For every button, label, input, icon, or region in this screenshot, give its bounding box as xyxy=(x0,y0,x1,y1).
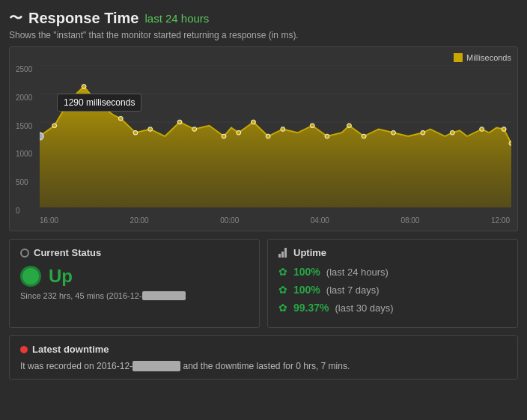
svg-point-11 xyxy=(97,102,101,106)
uptime-row-7d: ✿ 100% (last 7 days) xyxy=(278,284,507,296)
red-dot-icon xyxy=(20,346,28,353)
svg-point-16 xyxy=(192,127,197,132)
svg-point-28 xyxy=(450,130,454,135)
response-time-icon: 〜 xyxy=(9,9,22,27)
chart-svg xyxy=(40,65,511,207)
svg-point-8 xyxy=(52,124,57,128)
subtitle: Shows the "instant" that the monitor sta… xyxy=(9,30,518,40)
up-status-row: Up xyxy=(20,266,249,287)
svg-point-15 xyxy=(177,120,182,124)
svg-point-20 xyxy=(266,134,270,139)
svg-point-12 xyxy=(118,116,123,121)
svg-point-25 xyxy=(362,134,366,139)
chart-area: 2500 2000 1500 1000 500 0 xyxy=(16,65,511,215)
current-status-card: Current Status Up Since 232 hrs, 45 mins… xyxy=(9,239,260,328)
uptime-row-24h: ✿ 100% (last 24 hours) xyxy=(278,266,507,278)
up-text: Up xyxy=(49,266,73,287)
svg-point-24 xyxy=(347,124,351,128)
svg-point-19 xyxy=(252,120,256,124)
header-section: 〜 Response Time last 24 hours Shows the … xyxy=(9,9,518,40)
uptime-pct-24h: 100% xyxy=(293,266,320,278)
legend-color-box xyxy=(454,53,463,62)
svg-point-9 xyxy=(67,99,71,103)
y-axis-labels: 2500 2000 1500 1000 500 0 xyxy=(16,65,38,215)
svg-marker-6 xyxy=(40,87,511,208)
chart-legend: Milliseconds xyxy=(16,53,511,62)
svg-point-26 xyxy=(392,130,396,135)
uptime-pct-7d: 100% xyxy=(293,284,320,296)
current-status-title: Current Status xyxy=(20,247,249,258)
title-text: Response Time xyxy=(28,10,138,27)
uptime-row-30d: ✿ 99.37% (last 30 days) xyxy=(278,302,507,314)
uptime-period-24h: (last 24 hours) xyxy=(326,267,389,278)
downtime-text: It was recorded on 2016-12-XXXXXXXX and … xyxy=(20,361,507,371)
svg-point-14 xyxy=(148,127,153,132)
uptime-card: Uptime ✿ 100% (last 24 hours) ✿ 100% (la… xyxy=(267,239,518,328)
uptime-star-30d: ✿ xyxy=(278,302,287,314)
x-axis-labels: 16:00 20:00 00:00 04:00 08:00 12:00 xyxy=(16,216,511,225)
uptime-title: Uptime xyxy=(278,247,507,258)
downtime-card: Latest downtime It was recorded on 2016-… xyxy=(9,335,518,380)
svg-point-17 xyxy=(222,134,226,139)
uptime-period-30d: (last 30 days) xyxy=(335,302,393,314)
svg-point-13 xyxy=(133,130,138,135)
svg-point-31 xyxy=(509,141,511,146)
svg-point-22 xyxy=(310,124,314,128)
svg-point-23 xyxy=(325,134,329,139)
svg-point-18 xyxy=(237,130,241,135)
svg-point-32 xyxy=(40,133,43,140)
page-title: 〜 Response Time last 24 hours xyxy=(9,9,518,27)
since-text: Since 232 hrs, 45 mins (2016-12-XXXXXXXX xyxy=(20,291,249,300)
up-indicator-dot xyxy=(20,266,41,287)
status-circle-icon xyxy=(20,249,29,258)
svg-point-30 xyxy=(502,127,506,132)
chart-container: Milliseconds 2500 2000 1500 1000 500 0 xyxy=(9,46,518,231)
legend-label: Milliseconds xyxy=(466,53,511,62)
svg-point-27 xyxy=(421,130,425,135)
svg-point-21 xyxy=(281,127,285,132)
downtime-title: Latest downtime xyxy=(20,344,507,355)
uptime-star-7d: ✿ xyxy=(278,284,287,296)
title-period: last 24 hours xyxy=(144,12,209,25)
svg-point-10 xyxy=(82,85,86,89)
uptime-period-7d: (last 7 days) xyxy=(326,284,380,296)
bar-chart-icon xyxy=(278,248,287,258)
svg-point-29 xyxy=(480,127,484,132)
uptime-pct-30d: 99.37% xyxy=(293,302,329,314)
uptime-star-24h: ✿ xyxy=(278,266,287,278)
stats-row: Current Status Up Since 232 hrs, 45 mins… xyxy=(9,239,518,328)
